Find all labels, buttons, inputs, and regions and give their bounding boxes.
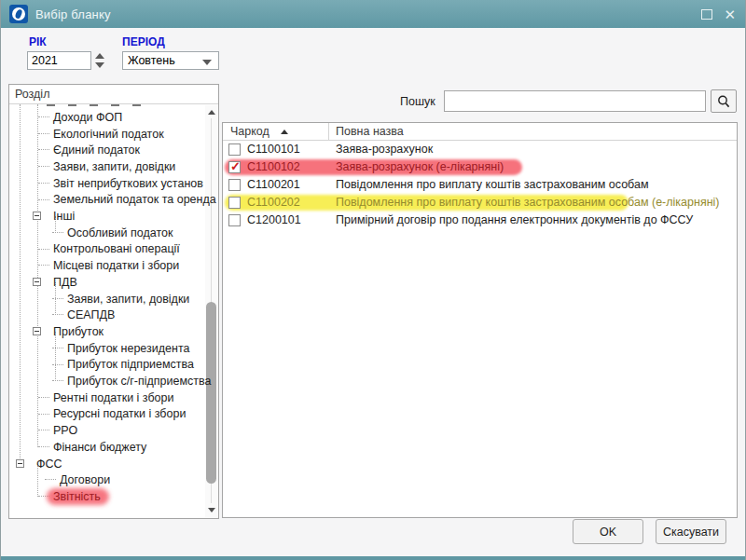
checkbox-checked[interactable]: ✓	[228, 161, 241, 173]
tree-item[interactable]: Заяви, запити, довідки	[9, 291, 205, 307]
titlebar[interactable]: Вибір бланку ✕	[1, 0, 745, 28]
window-bottom-edge	[1, 556, 745, 560]
column-header-name[interactable]: Повна назва	[336, 125, 404, 138]
tree-item[interactable]: ФСС	[9, 456, 205, 472]
row-name: Повідомлення про виплату коштів застрахо…	[336, 178, 649, 191]
tree-item[interactable]: ПДВ	[9, 274, 205, 291]
search-label: Пошук	[400, 95, 435, 108]
tree-item-label[interactable]: Звіт неприбуткових установ	[53, 177, 203, 190]
collapse-minus-icon[interactable]	[33, 278, 41, 286]
tree-item[interactable]: Єдиний податок	[9, 142, 205, 158]
tree-item-label[interactable]: Заяви, запити, довідки	[53, 160, 175, 173]
tree-item-label[interactable]: Доходи ФОП	[53, 111, 122, 124]
row-code: С1100201	[247, 178, 300, 191]
red-check-icon: ✓	[230, 159, 241, 173]
tree-item-label[interactable]: Заяви, запити, довідки	[67, 293, 189, 306]
spinner-up-icon[interactable]	[95, 53, 104, 59]
table-row[interactable]: ✓С1100102Заява-розрахунок (е-лікарняні)	[223, 158, 737, 176]
tree-header: Розділ	[9, 85, 218, 104]
collapse-minus-icon[interactable]	[33, 327, 41, 335]
checkbox-unchecked[interactable]	[228, 179, 241, 191]
table-row[interactable]: С1200101Примірний договір про подання ел…	[223, 212, 737, 229]
row-code: С1100202	[247, 196, 300, 209]
form-select-dialog: Вибір бланку ✕ РІК ПЕРІОД Жовтень Розділ…	[0, 0, 746, 560]
tree-item[interactable]: Прибуток	[9, 323, 205, 340]
period-value: Жовтень	[128, 54, 175, 67]
ok-button[interactable]: OK	[573, 519, 643, 544]
tree-item-label[interactable]: Місцеві податки і збори	[53, 259, 179, 272]
tree-item[interactable]: Фінанси бюджету	[9, 439, 205, 456]
table-row[interactable]: С1100202Повідомлення про виплату коштів …	[223, 194, 737, 212]
tree-item[interactable]: СЕАПДВ	[9, 307, 205, 323]
tree-item[interactable]: Прибуток нерезидента	[9, 340, 205, 357]
table-row[interactable]: С1100101Заява-розрахунок	[223, 141, 737, 158]
tree-item-label[interactable]: Інші	[53, 210, 75, 223]
tree-item[interactable]: Доходи ФОП	[9, 109, 205, 126]
tree-item-label[interactable]: СЕАПДВ	[67, 308, 115, 321]
search-input[interactable]	[444, 90, 706, 112]
collapse-minus-icon[interactable]	[16, 459, 24, 468]
cancel-button[interactable]: Скасувати	[656, 519, 726, 544]
tree-item-label[interactable]: Рентні податки і збори	[53, 391, 173, 404]
table-row[interactable]: С1100201Повідомлення про виплату коштів …	[223, 176, 737, 194]
tree-item[interactable]: Екологічний податок	[9, 126, 205, 143]
spinner-down-icon[interactable]	[95, 62, 104, 68]
tree-item-label[interactable]: Ресурсні податки і збори	[53, 407, 186, 420]
scrollbar-thumb[interactable]	[206, 302, 216, 484]
restore-window-icon[interactable]	[701, 9, 712, 20]
scroll-up-icon[interactable]	[205, 105, 217, 118]
tree-item[interactable]: РРО	[9, 422, 205, 439]
tree-item-label[interactable]: Прибуток с/г-підприемства	[67, 375, 212, 388]
tree-item-label[interactable]: Екологічний податок	[53, 128, 164, 141]
tree-item[interactable]: Земельний податок та оренда	[9, 192, 205, 209]
tree-item[interactable]: Прибуток підприемства	[9, 357, 205, 374]
tree-item-label[interactable]: Фінанси бюджету	[53, 441, 146, 454]
tree-item-label[interactable]: Договори	[60, 473, 110, 486]
tree-list: Доходи ФОПЕкологічний податокЄдиний пода…	[9, 104, 218, 517]
tree-item-label[interactable]: Єдиний податок	[53, 143, 140, 157]
clipped-tree-item	[47, 104, 196, 107]
row-name: Примірний договір про подання електронни…	[336, 213, 693, 226]
tree-item-label[interactable]: Земельний податок та оренда	[53, 193, 216, 206]
tree-item[interactable]: Ресурсні податки і збори	[9, 406, 205, 423]
collapse-minus-icon[interactable]	[33, 212, 41, 220]
tree-item-label[interactable]: Прибуток нерезидента	[67, 342, 189, 355]
tree-scrollbar[interactable]	[205, 105, 217, 518]
tree-item-label[interactable]: Прибуток підприемства	[67, 358, 194, 371]
app-logo-icon	[9, 5, 28, 23]
tree-item[interactable]: Звітність	[9, 488, 205, 505]
tree-item[interactable]: Контрольовані операції	[9, 241, 205, 258]
period-dropdown[interactable]: Жовтень	[122, 51, 219, 70]
tree-item[interactable]: Звіт неприбуткових установ	[9, 175, 205, 192]
tree-item[interactable]: Місцеві податки і збори	[9, 257, 205, 274]
close-icon[interactable]: ✕	[724, 7, 736, 21]
tree-item[interactable]: Договори	[9, 471, 205, 488]
tree-item-label[interactable]: Контрольовані операції	[53, 242, 180, 255]
period-label: ПЕРІОД	[122, 35, 165, 48]
tree-item[interactable]: Заяви, запити, довідки	[9, 158, 205, 175]
tree-item[interactable]: Інші	[9, 208, 205, 225]
scroll-down-icon[interactable]	[205, 503, 217, 516]
checkbox-unchecked[interactable]	[228, 214, 241, 226]
tree-item[interactable]: Особливий податок	[9, 225, 205, 241]
year-input[interactable]	[27, 51, 91, 70]
sort-asc-icon	[281, 130, 288, 134]
tree-item[interactable]: Прибуток с/г-підприемства	[9, 373, 205, 389]
checkbox-unchecked[interactable]	[228, 143, 241, 156]
year-label: РІК	[29, 35, 47, 48]
search-icon	[716, 94, 731, 109]
tree-item-label[interactable]: ФСС	[36, 458, 62, 471]
dialog-title: Вибір бланку	[35, 7, 111, 21]
column-header-code[interactable]: Чаркод	[230, 125, 269, 138]
row-name: Заява-розрахунок (е-лікарняні)	[336, 160, 504, 173]
tree-item-label[interactable]: Прибуток	[53, 325, 104, 338]
checkbox-unchecked[interactable]	[228, 197, 241, 209]
year-spinner[interactable]	[95, 51, 106, 70]
tree-item-label[interactable]: РРО	[53, 424, 77, 437]
search-button[interactable]	[711, 89, 737, 113]
tree-item-label[interactable]: Особливий податок	[67, 226, 173, 239]
tree-item-label[interactable]: ПДВ	[53, 276, 77, 289]
chevron-down-icon	[202, 60, 212, 65]
tree-item[interactable]: Рентні податки і збори	[9, 389, 205, 406]
tree-item-label[interactable]: Звітність	[53, 490, 101, 503]
